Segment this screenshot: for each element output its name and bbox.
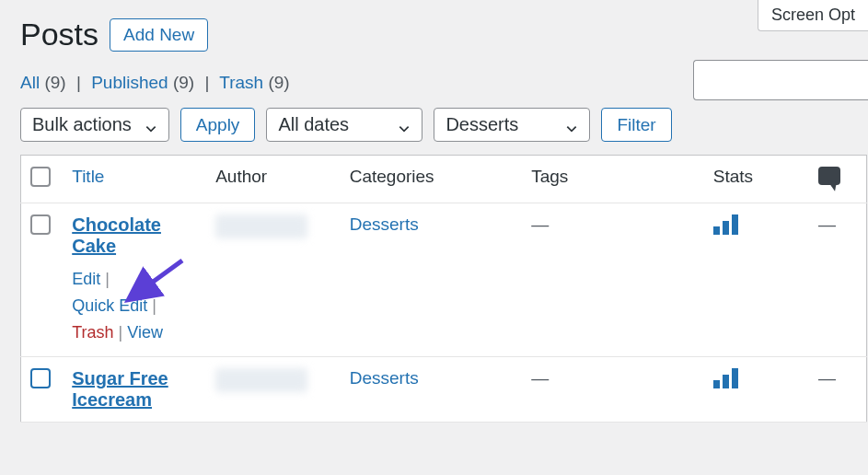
row-checkbox[interactable] [30,368,51,388]
category-filter-select[interactable]: Desserts [434,108,590,142]
column-tags: Tags [522,156,704,203]
edit-link[interactable]: Edit [72,270,100,288]
comment-icon [818,167,840,185]
column-categories: Categories [341,156,523,203]
date-filter-select[interactable]: All dates [266,108,422,142]
category-link[interactable]: Desserts [350,368,419,388]
post-title-link[interactable]: Sugar Free Icecream [72,368,168,410]
filter-published-count: (9) [173,73,194,92]
chevron-down-icon [398,119,411,132]
tags-value: — [531,214,549,234]
filter-trash[interactable]: Trash [219,73,263,92]
page-title: Posts [20,17,98,52]
stats-icon[interactable] [713,368,800,388]
column-author: Author [206,156,341,203]
trash-link[interactable]: Trash [72,323,113,342]
column-stats: Stats [704,156,809,203]
screen-options-button[interactable]: Screen Opt [758,0,868,31]
select-all-checkbox[interactable] [30,167,51,187]
comments-value: — [818,368,836,388]
filter-button[interactable]: Filter [601,108,671,142]
stats-icon[interactable] [713,214,800,235]
table-row: Sugar Free Icecream Desserts — — [21,357,867,423]
category-link[interactable]: Desserts [350,214,419,234]
comments-value: — [818,214,836,234]
author-name[interactable] [215,368,307,392]
view-link[interactable]: View [127,323,163,342]
filter-trash-count: (9) [268,73,289,92]
apply-button[interactable]: Apply [180,108,256,142]
posts-table: Title Author Categories Tags Stats Choco… [20,155,867,423]
author-name[interactable] [215,214,307,238]
tags-value: — [531,368,549,388]
add-new-button[interactable]: Add New [110,18,208,52]
bulk-actions-select[interactable]: Bulk actions [20,108,169,142]
post-title-link[interactable]: Chocolate Cake [72,214,161,256]
table-row: Chocolate Cake Edit | Quick Edit | Trash… [21,203,867,357]
column-title[interactable]: Title [72,167,104,186]
row-checkbox[interactable] [30,214,51,235]
chevron-down-icon [565,119,578,132]
search-input[interactable] [693,60,868,100]
filter-all-count: (9) [44,73,65,92]
column-comments [809,156,866,203]
filter-published[interactable]: Published [91,73,168,92]
chevron-down-icon [145,119,157,132]
row-actions: Edit | Quick Edit | Trash | View [72,266,197,345]
filter-all[interactable]: All [20,73,40,92]
quick-edit-link[interactable]: Quick Edit [72,296,147,315]
